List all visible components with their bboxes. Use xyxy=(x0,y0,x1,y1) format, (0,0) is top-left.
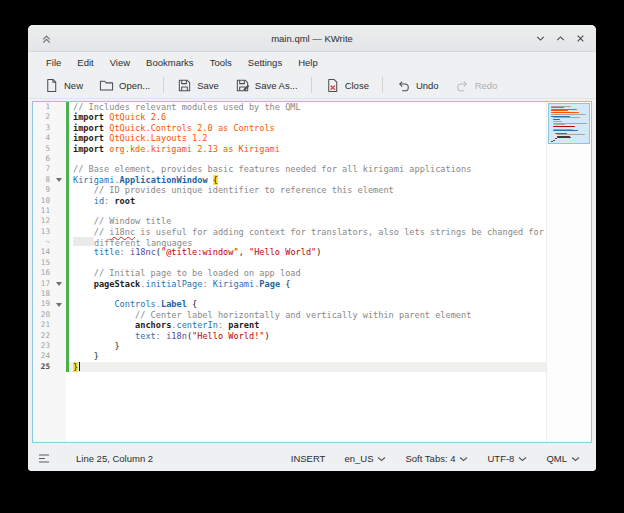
token xyxy=(73,227,94,237)
statusbar-syntax-mode[interactable]: QML xyxy=(540,450,586,467)
code-line[interactable]: 8Kirigami.ApplicationWindow { xyxy=(33,175,546,185)
fold-column xyxy=(53,237,66,247)
chevron-down-icon xyxy=(518,453,527,464)
code-line[interactable]: 12 // Window title xyxy=(33,216,546,226)
code-text: // Base element, provides basic features… xyxy=(69,164,546,174)
line-number: 15 xyxy=(33,258,53,268)
code-line[interactable]: 5import org.kde.kirigami 2.13 as Kirigam… xyxy=(33,144,546,154)
code-line[interactable]: 21 anchors.centerIn: parent xyxy=(33,320,546,330)
code-line[interactable]: 1// Includes relevant modules used by th… xyxy=(33,102,546,112)
fold-marker[interactable] xyxy=(53,279,66,289)
code-line[interactable]: 11 xyxy=(33,206,546,216)
token: ) xyxy=(265,331,270,341)
save-icon xyxy=(177,78,192,93)
code-line[interactable]: 4import QtQuick.Layouts 1.2 xyxy=(33,133,546,143)
statusbar-menu-icon[interactable] xyxy=(38,453,50,464)
token: i18nc xyxy=(130,247,156,257)
token: "Hello World!" xyxy=(192,331,264,341)
undo-button[interactable]: Undo xyxy=(388,74,447,97)
toolbar-separator xyxy=(382,77,383,93)
minimap[interactable] xyxy=(548,103,590,144)
code-text: id: root xyxy=(69,196,546,206)
code-line[interactable]: 22 text: i18n("Hello World!") xyxy=(33,331,546,341)
token: } xyxy=(73,341,120,351)
document-new-icon xyxy=(44,78,59,93)
menu-tools[interactable]: Tools xyxy=(202,55,240,70)
code-line[interactable]: 7// Base element, provides basic feature… xyxy=(33,164,546,174)
code-text: import QtQuick 2.6 xyxy=(69,112,546,122)
menu-help[interactable]: Help xyxy=(290,55,326,70)
code-line[interactable]: 9 // ID provides unique identifier to re… xyxy=(33,185,546,195)
statusbar-tab-settings[interactable]: Soft Tabs: 4 xyxy=(399,450,474,467)
statusbar-syntax-mode-label: QML xyxy=(546,453,567,464)
editor[interactable]: 1// Includes relevant modules used by th… xyxy=(32,101,592,443)
code-text xyxy=(69,258,546,268)
code-line[interactable]: 19 Controls.Label { xyxy=(33,299,546,309)
code-line[interactable]: 3import QtQuick.Controls 2.0 as Controls xyxy=(33,123,546,133)
menu-file[interactable]: File xyxy=(38,55,69,70)
toolbar-button-label: Save As... xyxy=(255,80,298,91)
menu-edit[interactable]: Edit xyxy=(69,55,101,70)
new-button[interactable]: New xyxy=(36,74,91,97)
token: i18nc xyxy=(109,227,135,237)
code-line[interactable]: 18 xyxy=(33,289,546,299)
code-area[interactable]: 1// Includes relevant modules used by th… xyxy=(33,102,546,442)
code-line[interactable]: 24 } xyxy=(33,351,546,361)
code-line[interactable]: 25} xyxy=(33,362,546,372)
open-button[interactable]: Open... xyxy=(91,74,158,97)
fold-column xyxy=(53,227,66,237)
code-line[interactable]: 2import QtQuick 2.6 xyxy=(33,112,546,122)
token: , xyxy=(239,247,249,257)
code-line[interactable]: 14 title: i18nc("@title:window", "Hello … xyxy=(33,247,546,257)
code-text: different languages xyxy=(69,237,546,247)
code-line[interactable]: 20 // Center label horizontally and vert… xyxy=(33,310,546,320)
titlebar[interactable]: main.qml — KWrite xyxy=(28,25,596,52)
line-number: 7 xyxy=(33,164,53,174)
toolbar-button-label: Open... xyxy=(119,80,150,91)
token: initialPage xyxy=(145,279,202,289)
kwrite-window: main.qml — KWrite FileEditViewBookmarksT… xyxy=(28,25,596,471)
token xyxy=(73,247,94,257)
line-number: 5 xyxy=(33,144,53,154)
token xyxy=(73,310,135,320)
scrollbar-minimap-track[interactable] xyxy=(546,102,591,442)
token: // xyxy=(94,227,110,237)
line-number: 12 xyxy=(33,216,53,226)
keep-above-icon[interactable] xyxy=(36,28,56,48)
code-line[interactable]: 16 // Initial page to be loaded on app l… xyxy=(33,268,546,278)
statusbar-right: INSERTen_USSoft Tabs: 4UTF-8QML xyxy=(285,450,586,467)
line-number: 3 xyxy=(33,123,53,133)
menu-bookmarks[interactable]: Bookmarks xyxy=(138,55,202,70)
close-icon[interactable] xyxy=(570,28,590,48)
code-line[interactable]: 10 id: root xyxy=(33,196,546,206)
line-number: 18 xyxy=(33,289,53,299)
token: ) xyxy=(316,247,321,257)
code-line-wrap[interactable]: ↪different languages xyxy=(33,237,546,247)
code-line[interactable]: 6 xyxy=(33,154,546,164)
menu-view[interactable]: View xyxy=(102,55,138,70)
code-text: import org.kde.kirigami 2.13 as Kirigami xyxy=(69,144,546,154)
code-line[interactable]: 17 pageStack.initialPage: Kirigami.Page … xyxy=(33,279,546,289)
bracket-highlight: { xyxy=(213,175,218,185)
minimize-icon[interactable] xyxy=(530,28,550,48)
line-number: 14 xyxy=(33,247,53,257)
code-line[interactable]: 23 } xyxy=(33,341,546,351)
fold-marker[interactable] xyxy=(53,299,66,309)
token: import xyxy=(73,123,104,133)
statusbar-encoding[interactable]: UTF-8 xyxy=(481,450,533,467)
statusbar-dictionary[interactable]: en_US xyxy=(338,450,392,467)
fold-column xyxy=(53,133,66,143)
line-number: 17 xyxy=(33,279,53,289)
code-text: Controls.Label { xyxy=(69,299,546,309)
fold-column xyxy=(53,216,66,226)
close-button[interactable]: Close xyxy=(317,74,377,97)
menu-settings[interactable]: Settings xyxy=(240,55,290,70)
line-number: 4 xyxy=(33,133,53,143)
maximize-icon[interactable] xyxy=(550,28,570,48)
token: title xyxy=(94,247,120,257)
saveas-button[interactable]: Save As... xyxy=(227,74,306,97)
fold-marker[interactable] xyxy=(53,175,66,185)
code-line[interactable]: 13 // i18nc is useful for adding context… xyxy=(33,227,546,237)
save-button[interactable]: Save xyxy=(169,74,227,97)
code-line[interactable]: 15 xyxy=(33,258,546,268)
